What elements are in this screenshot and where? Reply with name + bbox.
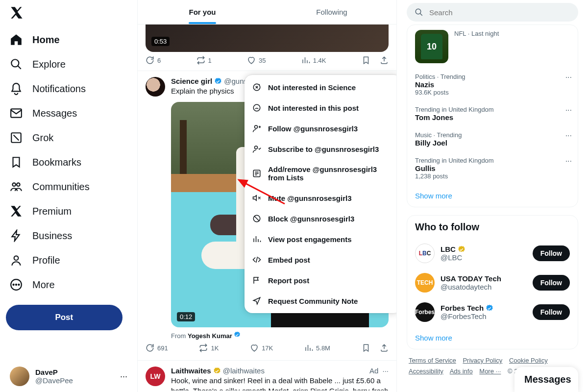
verified-badge-icon	[214, 77, 222, 85]
reply-button[interactable]: 691	[146, 343, 168, 352]
menu-engagements[interactable]: View post engagements	[245, 229, 396, 249]
nav-messages-label: Messages	[32, 108, 77, 119]
nav-notifications-label: Notifications	[32, 83, 86, 95]
account-switcher[interactable]: DaveP @DavePee ···	[4, 361, 133, 392]
menu-report[interactable]: Report post	[245, 270, 396, 291]
footer-tos[interactable]: Terms of Service	[409, 357, 456, 364]
footer-accessibility[interactable]: Accessibility	[409, 368, 443, 375]
verified-badge-icon	[486, 304, 493, 312]
who-row[interactable]: ForbesForbes Tech@ForbesTechFollow	[407, 297, 578, 327]
follow-button[interactable]: Follow	[533, 245, 570, 261]
communities-icon	[10, 180, 23, 193]
promoted-post: LW Laithwaites @laithwaites Ad ··· Hook,…	[138, 360, 396, 391]
nav-profile[interactable]: Profile	[4, 248, 133, 272]
nav-more[interactable]: More	[4, 272, 133, 297]
nav-messages[interactable]: Messages	[4, 101, 133, 125]
svg-point-4	[17, 183, 20, 186]
menu-follow[interactable]: Follow @gunsnrosesgirl3	[245, 118, 396, 139]
who-show-more[interactable]: Show more	[407, 327, 578, 349]
footer-more[interactable]: More ···	[479, 368, 501, 375]
ad-author-avatar[interactable]: LW	[146, 367, 165, 386]
video-duration: 0:53	[151, 37, 170, 46]
ad-label: Ad	[369, 367, 378, 375]
reply-button[interactable]: 6	[146, 56, 161, 65]
timeline-tabs: For you Following	[138, 0, 396, 24]
like-button[interactable]: 17K	[250, 343, 273, 352]
post-science-girl: Science girl @gunsn Explain the physics …	[138, 71, 396, 360]
who-avatar: LBC	[415, 244, 435, 263]
live-event[interactable]: 10 NFL · Last night	[407, 25, 578, 68]
trend-more-icon[interactable]: ···	[565, 73, 572, 82]
bookmark-icon	[10, 156, 23, 169]
bookmark-share[interactable]	[362, 56, 389, 65]
menu-mute[interactable]: Mute @gunsnrosesgirl3	[245, 188, 396, 208]
ad-text: Hook, wine and sinker! Reel in a deal wi…	[171, 376, 389, 391]
views-button[interactable]: 1.4K	[301, 56, 326, 65]
nav-grok[interactable]: Grok	[4, 125, 133, 150]
tab-following[interactable]: Following	[267, 0, 396, 24]
nav-business-label: Business	[32, 230, 72, 242]
like-button[interactable]: 35	[247, 56, 266, 65]
nav-communities[interactable]: Communities	[4, 174, 133, 199]
who-row[interactable]: TECHUSA TODAY Tech@usatodaytechFollow	[407, 268, 578, 297]
menu-not-interested-post[interactable]: Not interested in this post	[245, 98, 396, 118]
post-author-avatar[interactable]	[146, 77, 165, 97]
x-logo[interactable]	[4, 0, 133, 27]
nav-notifications[interactable]: Notifications	[4, 76, 133, 101]
trend-item[interactable]: ···Music · TrendingBilly Joel	[407, 126, 578, 152]
tab-for-you[interactable]: For you	[138, 0, 267, 24]
menu-embed[interactable]: Embed post	[245, 249, 396, 270]
search-box[interactable]	[407, 3, 578, 22]
home-icon	[10, 33, 23, 46]
footer-cookie[interactable]: Cookie Policy	[509, 357, 548, 364]
nav-business[interactable]: Business	[4, 223, 133, 248]
who-to-follow-card: Who to follow LBCLBC@LBCFollow TECHUSA T…	[407, 215, 578, 349]
search-input[interactable]	[429, 8, 570, 17]
post-author-name[interactable]: Science girl	[171, 77, 212, 85]
ad-author-name[interactable]: Laithwaites	[171, 367, 211, 375]
trend-more-icon[interactable]: ···	[565, 131, 572, 140]
follow-button[interactable]: Follow	[533, 275, 570, 291]
search-icon	[415, 8, 423, 17]
grok-icon	[10, 131, 23, 144]
who-row[interactable]: LBCLBC@LBCFollow	[407, 239, 578, 268]
nav-more-label: More	[32, 279, 55, 291]
svg-point-8	[16, 284, 17, 285]
who-avatar: Forbes	[415, 302, 435, 322]
menu-community-note[interactable]: Request Community Note	[245, 291, 396, 311]
post-source[interactable]: From Yogesh Kumar	[171, 331, 389, 340]
previous-post-media[interactable]: 0:53	[146, 24, 389, 52]
svg-point-12	[255, 125, 258, 128]
trend-item[interactable]: ···Trending in United KingdomTom Jones	[407, 101, 578, 126]
compose-post-button[interactable]: Post	[6, 305, 122, 330]
trend-more-icon[interactable]: ···	[565, 157, 572, 166]
nav-premium[interactable]: Premium	[4, 199, 133, 223]
nav-explore[interactable]: Explore	[4, 52, 133, 76]
right-sidebar: 10 NFL · Last night ···Politics · Trendi…	[397, 0, 588, 392]
repost-button[interactable]: 1	[196, 56, 212, 65]
footer-ads[interactable]: Ads info	[450, 368, 473, 375]
menu-subscribe[interactable]: Subscribe to @gunsnrosesgirl3	[245, 139, 396, 159]
trend-item[interactable]: ···Politics · TrendingNazis93.6K posts	[407, 68, 578, 101]
menu-not-interested-topic[interactable]: Not interested in Science	[245, 77, 396, 98]
repost-button[interactable]: 1K	[199, 343, 219, 352]
ad-more-icon[interactable]: ···	[380, 367, 389, 375]
video-duration: 0:12	[177, 312, 195, 321]
trend-more-icon[interactable]: ···	[565, 106, 572, 115]
account-avatar	[10, 367, 29, 386]
nav-bookmarks[interactable]: Bookmarks	[4, 150, 133, 174]
trend-item[interactable]: ···Trending in United KingdomGullis1,238…	[407, 152, 578, 185]
trends-show-more[interactable]: Show more	[407, 185, 578, 207]
messages-drawer[interactable]: Messages	[514, 367, 578, 392]
svg-point-17	[416, 9, 421, 14]
menu-block[interactable]: Block @gunsnrosesgirl3	[245, 208, 396, 229]
menu-lists[interactable]: Add/remove @gunsnrosesgirl3 from Lists	[245, 159, 396, 188]
nav-bookmarks-label: Bookmarks	[32, 157, 81, 168]
nav-home[interactable]: Home	[4, 27, 133, 52]
svg-point-9	[18, 284, 19, 285]
footer-privacy[interactable]: Privacy Policy	[463, 357, 502, 364]
bookmark-share[interactable]	[362, 343, 389, 352]
views-button[interactable]: 5.8M	[304, 343, 330, 352]
follow-button[interactable]: Follow	[533, 304, 570, 320]
who-avatar: TECH	[415, 273, 435, 293]
